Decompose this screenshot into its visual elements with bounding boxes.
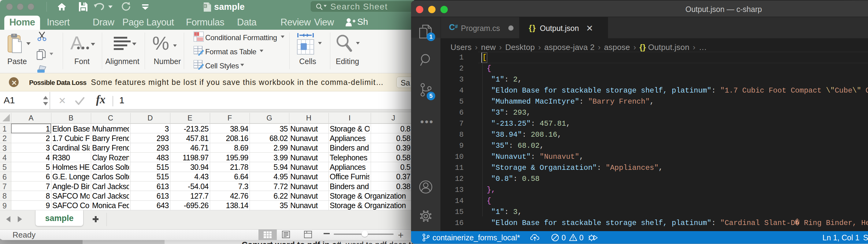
svg-text:x: x [204,4,206,8]
